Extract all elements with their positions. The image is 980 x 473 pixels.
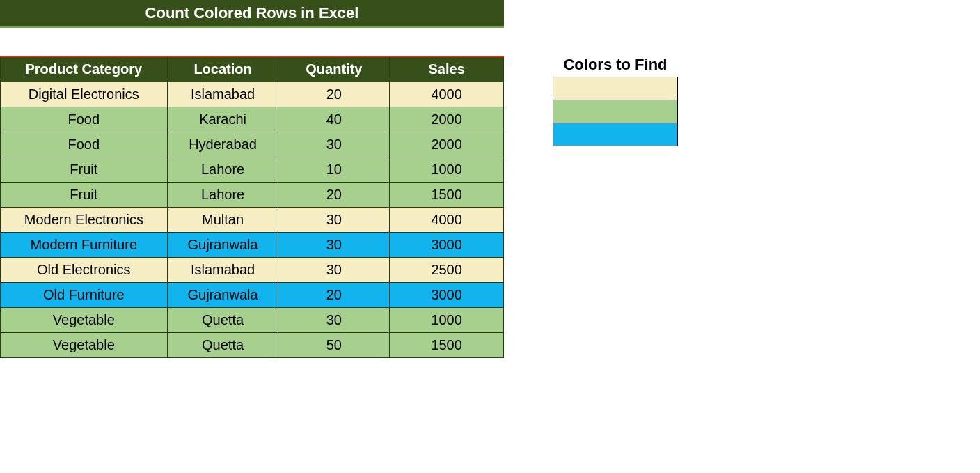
title-banner: Count Colored Rows in Excel [0, 0, 504, 28]
table-cell: 10 [278, 157, 390, 183]
color-swatch [553, 100, 678, 123]
table-cell: Hyderabad [167, 132, 278, 157]
table-cell: 20 [278, 82, 390, 107]
table-cell: 30 [278, 233, 390, 258]
table-cell: 30 [278, 132, 390, 157]
header-location: Location [167, 56, 278, 82]
table-cell: 30 [278, 308, 390, 333]
table-row: VegetableQuetta301000 [1, 308, 504, 333]
table-cell: 1500 [390, 183, 504, 208]
header-quantity: Quantity [278, 56, 390, 82]
swatch-table [553, 77, 678, 146]
table-cell: Multan [167, 208, 278, 233]
header-product-category: Product Category [1, 56, 168, 82]
table-row: VegetableQuetta501500 [1, 333, 504, 358]
table-row: FoodHyderabad302000 [1, 132, 504, 157]
table-cell: 3000 [390, 233, 504, 258]
table-row: Digital ElectronicsIslamabad204000 [1, 82, 504, 107]
table-cell: Islamabad [167, 258, 278, 283]
table-row: Old ElectronicsIslamabad302500 [1, 258, 504, 283]
table-cell: Old Electronics [1, 258, 168, 283]
table-row: Modern FurnitureGujranwala303000 [1, 233, 504, 258]
table-cell: Quetta [167, 308, 278, 333]
table-cell: 4000 [390, 82, 504, 107]
table-cell: Fruit [1, 183, 168, 208]
table-cell: Modern Electronics [1, 208, 168, 233]
data-table: Product Category Location Quantity Sales… [0, 56, 504, 358]
table-cell: 30 [278, 208, 390, 233]
table-cell: 20 [278, 183, 390, 208]
table-body: Digital ElectronicsIslamabad204000FoodKa… [1, 82, 504, 358]
table-cell: 1000 [390, 308, 504, 333]
table-cell: Food [1, 132, 168, 157]
table-cell: Quetta [167, 333, 278, 358]
colors-to-find-title: Colors to Find [553, 56, 678, 74]
table-cell: Gujranwala [167, 233, 278, 258]
table-cell: 1500 [390, 333, 504, 358]
table-cell: 40 [278, 107, 390, 132]
table-cell: Modern Furniture [1, 233, 168, 258]
colors-to-find-panel: Colors to Find [553, 56, 678, 146]
table-cell: Digital Electronics [1, 82, 168, 107]
table-cell: 2000 [390, 107, 504, 132]
table-cell: 50 [278, 333, 390, 358]
table-cell: Fruit [1, 157, 168, 183]
table-row: FruitLahore101000 [1, 157, 504, 183]
header-row: Product Category Location Quantity Sales [1, 56, 504, 82]
table-cell: 30 [278, 258, 390, 283]
table-cell: Old Furniture [1, 283, 168, 308]
color-swatch [553, 77, 678, 100]
table-cell: Vegetable [1, 333, 168, 358]
table-row: Modern ElectronicsMultan304000 [1, 208, 504, 233]
table-row: Old FurnitureGujranwala203000 [1, 283, 504, 308]
table-cell: Karachi [167, 107, 278, 132]
table-cell: 3000 [390, 283, 504, 308]
table-cell: 2500 [390, 258, 504, 283]
table-cell: 2000 [390, 132, 504, 157]
table-cell: 1000 [390, 157, 504, 183]
table-cell: Vegetable [1, 308, 168, 333]
table-cell: Islamabad [167, 82, 278, 107]
table-row: FruitLahore201500 [1, 183, 504, 208]
content-wrapper: Product Category Location Quantity Sales… [0, 56, 980, 358]
table-cell: Food [1, 107, 168, 132]
table-cell: Gujranwala [167, 283, 278, 308]
color-swatch [553, 123, 678, 146]
table-cell: 4000 [390, 208, 504, 233]
table-row: FoodKarachi402000 [1, 107, 504, 132]
table-cell: 20 [278, 283, 390, 308]
table-cell: Lahore [167, 157, 278, 183]
table-cell: Lahore [167, 183, 278, 208]
title-text: Count Colored Rows in Excel [145, 4, 359, 22]
header-sales: Sales [390, 56, 504, 82]
